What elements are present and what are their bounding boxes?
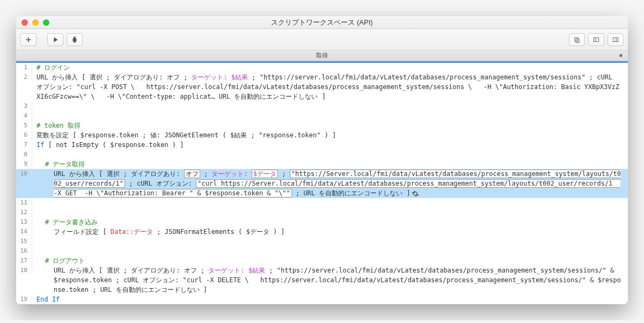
line-number: 3 [16, 101, 32, 111]
script-step[interactable]: End If [32, 295, 628, 304]
script-line[interactable]: 16 [16, 246, 628, 256]
script-step[interactable]: # データ取得 [32, 159, 628, 169]
script-step[interactable]: フィールド設定 [ Data::データ ; JSONFormatElements… [32, 227, 628, 237]
sidebar-left-icon [592, 36, 600, 43]
titlebar: スクリプトワークスペース (API) [16, 16, 628, 29]
toolbar [16, 29, 628, 50]
line-number: 12 [16, 208, 32, 217]
script-step[interactable]: # token 取得 [32, 121, 628, 130]
window-title: スクリプトワークスペース (API) [271, 18, 372, 27]
script-step[interactable]: # ログイン [32, 63, 628, 72]
line-number: 8 [16, 150, 32, 159]
line-number: 13 [16, 217, 32, 227]
copy-button[interactable] [569, 33, 585, 46]
script-line[interactable]: 15 [16, 237, 628, 246]
script-step[interactable]: URL から挿入 [ 選択 ; ダイアログあり: オフ ; ターゲット: $結果… [32, 72, 628, 101]
script-line[interactable]: 18URL から挿入 [ 選択 ; ダイアログあり: オフ ; ターゲット: $… [16, 266, 628, 295]
script-line[interactable]: 19End If [16, 295, 628, 304]
line-number: 7 [16, 140, 32, 150]
script-tab[interactable]: 取得 ★ [16, 50, 628, 61]
minimize-icon[interactable] [32, 19, 39, 26]
line-number: 1 [16, 63, 32, 72]
svg-rect-4 [613, 38, 618, 41]
line-number: 5 [16, 121, 32, 130]
script-line[interactable]: 13# データ書き込み [16, 217, 628, 227]
script-step[interactable]: # データ書き込み [32, 217, 628, 227]
line-number: 19 [16, 295, 32, 304]
script-line[interactable]: 8 [16, 150, 628, 159]
script-line[interactable]: 9# データ取得 [16, 159, 628, 169]
svg-rect-1 [576, 39, 579, 42]
line-number: 9 [16, 159, 32, 169]
line-number: 10 [16, 169, 32, 179]
script-line[interactable]: 5# token 取得 [16, 121, 628, 130]
line-number: 4 [16, 111, 32, 121]
line-number: 16 [16, 246, 32, 256]
line-number: 17 [16, 256, 32, 266]
copy-icon [573, 36, 581, 43]
script-editor[interactable]: 1# ログイン2URL から挿入 [ 選択 ; ダイアログあり: オフ ; ター… [16, 63, 628, 304]
svg-rect-2 [594, 38, 598, 41]
tab-label: 取得 [316, 52, 328, 60]
line-number: 2 [16, 72, 32, 82]
script-line[interactable]: 7If [ not IsEmpty ( $response.token ) ] [16, 140, 628, 150]
debug-button[interactable] [67, 33, 83, 46]
script-workspace-window: スクリプトワークスペース (API) [16, 16, 628, 304]
script-line[interactable]: 14フィールド設定 [ Data::データ ; JSONFormatElemen… [16, 227, 628, 237]
script-line[interactable]: 1# ログイン [16, 63, 628, 72]
script-line[interactable]: 3 [16, 101, 628, 111]
sidebar-right-button[interactable] [608, 33, 624, 46]
play-icon [52, 36, 59, 43]
script-step[interactable]: # ログアウト [32, 256, 628, 266]
script-line[interactable]: 11 [16, 198, 628, 208]
script-step[interactable]: URL から挿入 [ 選択 ; ダイアログあり: オフ ; ターゲット: $結果… [32, 266, 628, 295]
bug-icon [71, 36, 78, 43]
line-number: 14 [16, 227, 32, 237]
line-number: 11 [16, 198, 32, 208]
script-step[interactable]: URL から挿入 [ 選択 ; ダイアログあり: オフ ; ターゲット: $デー… [32, 169, 628, 198]
maximize-icon[interactable] [43, 19, 49, 26]
script-line[interactable]: 10URL から挿入 [ 選択 ; ダイアログあり: オフ ; ターゲット: $… [16, 169, 628, 198]
plus-icon [25, 36, 32, 43]
add-button[interactable] [20, 33, 36, 46]
run-button[interactable] [47, 33, 63, 46]
sidebar-right-icon [612, 36, 619, 43]
close-icon[interactable] [21, 19, 28, 26]
traffic-lights [21, 19, 49, 26]
gear-icon[interactable] [412, 190, 419, 197]
script-step[interactable]: If [ not IsEmpty ( $response.token ) ] [32, 140, 628, 150]
script-step[interactable]: 変数を設定 [ $response.token ; 値: JSONGetElem… [32, 130, 628, 140]
line-number: 18 [16, 266, 32, 275]
script-line[interactable]: 6変数を設定 [ $response.token ; 値: JSONGetEle… [16, 130, 628, 140]
line-number: 6 [16, 130, 32, 140]
sidebar-left-button[interactable] [588, 33, 604, 46]
script-line[interactable]: 4 [16, 111, 628, 121]
script-line[interactable]: 12 [16, 208, 628, 217]
script-line[interactable]: 2URL から挿入 [ 選択 ; ダイアログあり: オフ ; ターゲット: $結… [16, 72, 628, 101]
svg-rect-0 [575, 37, 578, 41]
script-line[interactable]: 17# ログアウト [16, 256, 628, 266]
line-number: 15 [16, 237, 32, 246]
modified-indicator-icon: ★ [618, 52, 624, 59]
